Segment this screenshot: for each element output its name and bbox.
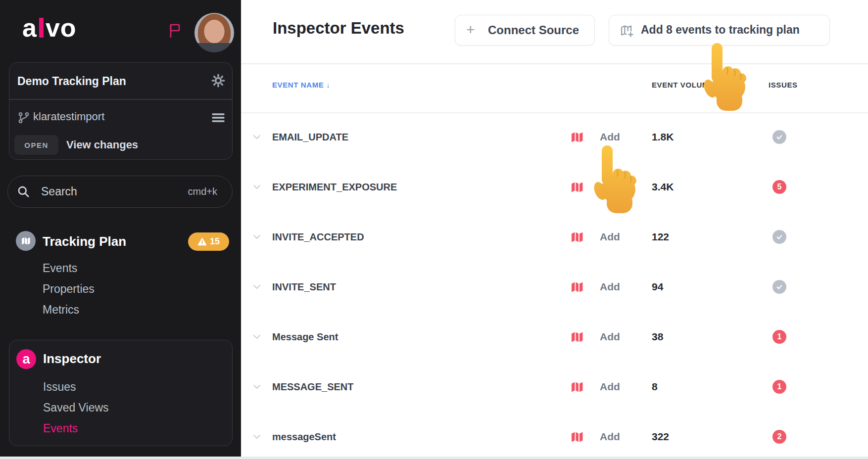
event-volume: 94	[652, 277, 663, 297]
map-icon	[570, 180, 584, 196]
chevron-down-icon[interactable]	[251, 431, 262, 444]
header-divider	[241, 63, 868, 64]
add-link[interactable]: Add	[600, 427, 620, 447]
add-link[interactable]: Add	[600, 177, 620, 197]
issues-badge[interactable]: 5	[772, 180, 786, 194]
table-header-underline	[241, 112, 868, 113]
main-content: Inspector Events + Connect Source Add 8 …	[241, 0, 868, 459]
sidebar-item-properties[interactable]: Properties	[43, 281, 95, 296]
check-icon	[775, 283, 783, 291]
inspector-icon-letter: a	[22, 350, 30, 368]
event-volume: 122	[652, 227, 669, 247]
tracking-plan-icon	[16, 231, 36, 251]
map-icon	[570, 330, 584, 346]
issues-badge[interactable]: 2	[772, 430, 786, 444]
menu-icon[interactable]	[211, 110, 225, 126]
chevron-down-icon[interactable]	[251, 182, 262, 194]
map-icon	[570, 130, 584, 146]
logo-letter-a: a	[22, 13, 37, 43]
map-icon	[570, 380, 584, 396]
issues-badge[interactable]	[772, 230, 786, 244]
add-link[interactable]: Add	[600, 377, 620, 397]
chevron-down-icon[interactable]	[251, 381, 262, 394]
issues-badge[interactable]	[772, 280, 786, 294]
search-icon	[17, 185, 31, 201]
flag-icon[interactable]	[168, 23, 183, 39]
inspector-card: a Inspector Issues Saved Views Events	[9, 340, 233, 446]
chevron-down-icon[interactable]	[251, 132, 262, 144]
search-input[interactable]: Search cmd+k	[7, 176, 233, 208]
map-icon	[570, 230, 584, 246]
logo-pink-bar	[39, 18, 44, 38]
column-header-issues[interactable]: ISSUES	[769, 81, 798, 92]
sidebar-item-issues[interactable]: Issues	[43, 379, 76, 394]
column-header-event-name[interactable]: EVENT NAME ↓	[272, 81, 330, 92]
sidebar-item-inspector-events[interactable]: Events	[43, 421, 78, 436]
chevron-down-icon[interactable]	[251, 231, 262, 244]
event-name: INVITE_ACCEPTED	[272, 227, 364, 247]
map-icon	[570, 280, 584, 296]
user-avatar[interactable]	[194, 13, 234, 52]
bottom-strip	[0, 457, 868, 459]
sidebar-item-metrics[interactable]: Metrics	[43, 302, 79, 317]
map-icon	[570, 430, 584, 446]
branch-name[interactable]: klaratestimport	[33, 110, 104, 123]
check-icon	[775, 133, 783, 141]
logo-letters-vo: vo	[46, 13, 77, 43]
issues-badge[interactable]: 1	[772, 330, 786, 344]
chevron-down-icon[interactable]	[251, 331, 262, 344]
search-placeholder: Search	[41, 176, 77, 207]
connect-source-button[interactable]: + Connect Source	[455, 15, 595, 46]
map-add-icon	[620, 24, 634, 41]
sidebar-item-saved-views[interactable]: Saved Views	[43, 400, 109, 415]
event-volume: 3.4K	[652, 177, 674, 197]
column-header-event-volume[interactable]: EVENT VOLUME	[652, 81, 714, 92]
status-badge-open: OPEN	[14, 135, 58, 155]
gear-icon[interactable]	[211, 74, 225, 90]
workspace-card: Demo Tracking Plan	[9, 62, 233, 160]
issues-badge[interactable]: 1	[772, 380, 786, 394]
view-changes-link[interactable]: View changes	[66, 138, 138, 151]
table-row[interactable]: EXPERIMENT_EXPOSURE Add 3.4K 5	[241, 177, 868, 197]
connect-source-label: Connect Source	[488, 15, 579, 45]
event-name: EMAIL_UPDATE	[272, 127, 348, 147]
event-volume: 8	[652, 377, 658, 397]
page-title: Inspector Events	[273, 19, 404, 38]
avo-logo: avo	[22, 13, 77, 43]
sidebar-item-tracking-plan[interactable]: Tracking Plan	[43, 232, 126, 250]
warning-icon	[197, 237, 207, 246]
add-link[interactable]: Add	[600, 327, 620, 347]
table-row[interactable]: Message Sent Add 38 1	[241, 327, 868, 347]
table-row[interactable]: EMAIL_UPDATE Add 1.8K	[241, 127, 868, 147]
inspector-icon: a	[16, 349, 36, 369]
event-name: Message Sent	[272, 327, 338, 347]
sidebar-item-events[interactable]: Events	[43, 261, 77, 275]
search-shortcut: cmd+k	[188, 176, 217, 207]
git-branch-icon	[17, 111, 30, 126]
plus-icon: +	[466, 15, 475, 44]
workspace-title: Demo Tracking Plan	[17, 75, 126, 88]
warning-count: 15	[210, 236, 220, 247]
add-link[interactable]: Add	[600, 277, 620, 297]
check-icon	[775, 233, 783, 241]
sidebar-item-inspector[interactable]: Inspector	[43, 351, 101, 367]
issues-badge[interactable]	[772, 130, 786, 144]
table-row[interactable]: INVITE_SENT Add 94	[241, 277, 868, 297]
add-events-label: Add 8 events to tracking plan	[641, 15, 800, 45]
app-window: avo Demo Tracking Plan	[0, 0, 868, 459]
table-row[interactable]: INVITE_ACCEPTED Add 122	[241, 227, 868, 247]
add-link[interactable]: Add	[600, 227, 620, 247]
table-row[interactable]: messageSent Add 322 2	[241, 427, 868, 447]
table-row[interactable]: MESSAGE_SENT Add 8 1	[241, 377, 868, 397]
sidebar: avo Demo Tracking Plan	[0, 0, 241, 459]
warning-count-badge: 15	[188, 232, 229, 251]
chevron-down-icon[interactable]	[251, 281, 262, 294]
add-events-button[interactable]: Add 8 events to tracking plan	[609, 15, 830, 46]
event-volume: 38	[652, 327, 663, 347]
event-name: INVITE_SENT	[272, 277, 336, 297]
event-name: EXPERIMENT_EXPOSURE	[272, 177, 397, 197]
event-volume: 322	[652, 427, 669, 447]
event-volume: 1.8K	[652, 127, 674, 147]
add-link[interactable]: Add	[600, 127, 620, 147]
event-name-header-label: EVENT NAME	[272, 81, 324, 89]
